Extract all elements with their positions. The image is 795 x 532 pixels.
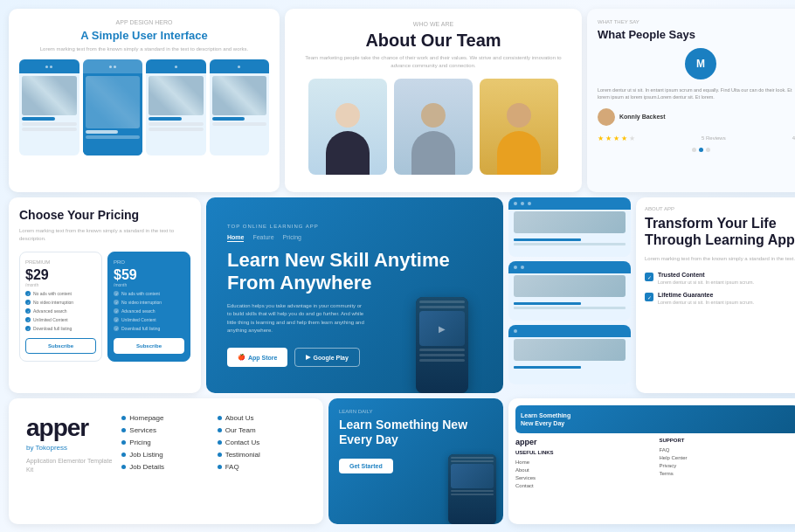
nav-item-ourteam[interactable]: Our Team	[218, 426, 306, 434]
hero-title: Learn New Skill Anytime From Anywhere	[227, 249, 486, 295]
footer-mini-banner: Learn SomethingNew Every Day	[515, 405, 795, 433]
brand-desc: Application Elementor Template Kit	[26, 457, 114, 474]
hero-text: Education helps you take advantage in yo…	[227, 302, 367, 335]
team-panel: WHO WE ARE About Our Team Team marketing…	[285, 9, 582, 192]
phone-line-42	[212, 122, 267, 126]
plan-label-1: PREMIUM	[25, 259, 96, 265]
as-line	[514, 366, 581, 369]
main-container: APP DESIGN HERO A Simple User Interface …	[0, 0, 795, 532]
app-dot	[521, 202, 524, 205]
nav-item-jobdetails[interactable]: Job Details	[121, 463, 210, 471]
nav-text-aboutus: About Us	[225, 414, 254, 422]
footer-link-about[interactable]: About	[515, 467, 655, 473]
nav-bullet	[218, 428, 222, 432]
transform-title: Transform Your Life Through Learning App	[645, 215, 795, 248]
middle-row: Choose Your Pricing Lorem marking text f…	[0, 192, 795, 393]
footer-link-home[interactable]: Home	[515, 459, 655, 465]
app-screen-content-3	[508, 363, 631, 372]
price-2: $59	[114, 268, 184, 282]
pricing-title: Choose Your Pricing	[19, 208, 190, 222]
phone-line-32	[149, 122, 204, 126]
phone-mock-4	[210, 59, 270, 155]
feature-text: Advanced search	[121, 308, 156, 314]
app-dot	[514, 266, 517, 269]
check-icon	[114, 300, 119, 305]
person-body-1	[326, 131, 370, 175]
nav-bullet	[121, 416, 126, 420]
footer-link-faq[interactable]: FAQ	[660, 447, 796, 453]
nav-item-contactus[interactable]: Contact Us	[218, 439, 306, 446]
hero-nav-pricing[interactable]: Pricing	[283, 234, 301, 242]
phone-top-4	[210, 59, 270, 73]
check-icon	[25, 317, 31, 322]
check-icon	[114, 326, 119, 331]
hero-nav-feature[interactable]: Feature	[252, 234, 273, 242]
tf-text-2: Lifetime Guarantee Lorem dentur ut si si…	[658, 292, 754, 307]
tf-desc-2: Lorem dentur ut si sit. In entant ipsum …	[658, 300, 754, 307]
footer-link-header-2: SUPPORT	[660, 438, 796, 443]
footer-link-privacy[interactable]: Privacy	[660, 463, 796, 468]
pricing-btn-2[interactable]: Subscribe	[114, 338, 184, 354]
nav-item-pricing[interactable]: Pricing	[121, 439, 210, 446]
nav-item-services[interactable]: Services	[121, 426, 210, 434]
as-line	[514, 243, 626, 245]
pricing-btn-1[interactable]: Subscribe	[25, 338, 96, 354]
nav-bullet	[121, 440, 126, 445]
feature-text: Advanced search	[33, 308, 67, 314]
phone-content-3	[146, 73, 206, 155]
brand-logo: apper	[26, 414, 114, 442]
team-photos	[299, 79, 568, 175]
pricing-subtitle: Lorem marking text from the known simply…	[19, 227, 190, 243]
bottom-row: apper by Tokopress Application Elementor…	[0, 393, 795, 532]
phone-mock-3	[146, 59, 206, 155]
feature-text: Download full listing	[33, 326, 72, 331]
hero-nav: Home Feature Pricing	[227, 234, 486, 242]
simple-ui-subtitle: Lorem marking text from the known simply…	[19, 45, 269, 52]
check-icon	[25, 308, 31, 314]
testimonial-top-label: WHAT THEY SAY	[598, 19, 795, 24]
testimonial-text: Lorem dentur ut si sit. In entant ipsum …	[598, 86, 795, 101]
nav-item-joblisting[interactable]: Job Listing	[121, 451, 210, 459]
lp-line-3	[451, 490, 494, 492]
learn-top-label: LEARN DAILY	[339, 409, 493, 414]
phone-line-1	[22, 117, 55, 121]
phone-img-4	[212, 76, 267, 115]
nav-bullet	[218, 440, 222, 445]
nav-bullet	[121, 428, 126, 432]
footer-mini-text: Learn SomethingNew Every Day	[521, 411, 570, 427]
footer-link-help[interactable]: Help Center	[660, 455, 796, 460]
nav-item-homepage[interactable]: Homepage	[121, 414, 210, 422]
person-head-3	[507, 103, 531, 128]
testimonial-title: What People Says	[598, 28, 795, 41]
footer-link-contact[interactable]: Contact	[515, 483, 655, 488]
footer-link-services[interactable]: Services	[515, 475, 655, 480]
nav-item-aboutus[interactable]: About Us	[218, 414, 306, 422]
transform-top-label: ABOUT APP	[645, 206, 795, 211]
footer-link-terms[interactable]: Terms	[660, 471, 796, 476]
star-1: ★	[598, 135, 604, 142]
phone-grid	[19, 59, 269, 155]
stars-row: ★ ★ ★ ★ ★ 5 Reviews 4.8/5	[598, 135, 795, 142]
dot-1	[692, 148, 696, 152]
dot-3	[706, 148, 710, 152]
learn-btn[interactable]: Get Started	[339, 459, 393, 473]
hero-buttons: 🍎 App Store ▶ Google Play	[227, 348, 486, 367]
lp-line-2	[451, 460, 494, 462]
hero-btn-googleplay[interactable]: ▶ Google Play	[294, 348, 359, 367]
as-img-3	[514, 339, 626, 361]
transform-info: ABOUT APP Transform Your Life Through Le…	[636, 197, 795, 393]
learn-title: Learn Something New Every Day	[339, 418, 493, 447]
team-top-label: WHO WE ARE	[299, 21, 568, 27]
nav-item-testimonial[interactable]: Testimonial	[218, 451, 306, 459]
reviewer-name: Konnly Backest	[619, 114, 666, 120]
hero-btn-appstore[interactable]: 🍎 App Store	[227, 348, 287, 367]
hero-nav-home[interactable]: Home	[227, 234, 244, 242]
phone-line-31	[149, 117, 182, 121]
app-screen-1	[508, 197, 631, 257]
pagination-dots	[598, 148, 795, 152]
nav-item-faq[interactable]: FAQ	[218, 463, 306, 471]
phone-dot	[238, 66, 240, 68]
lp-line-4	[451, 494, 494, 495]
feature-text: No ads with content	[33, 291, 72, 296]
feature-text: Unlimited Content	[33, 317, 68, 322]
